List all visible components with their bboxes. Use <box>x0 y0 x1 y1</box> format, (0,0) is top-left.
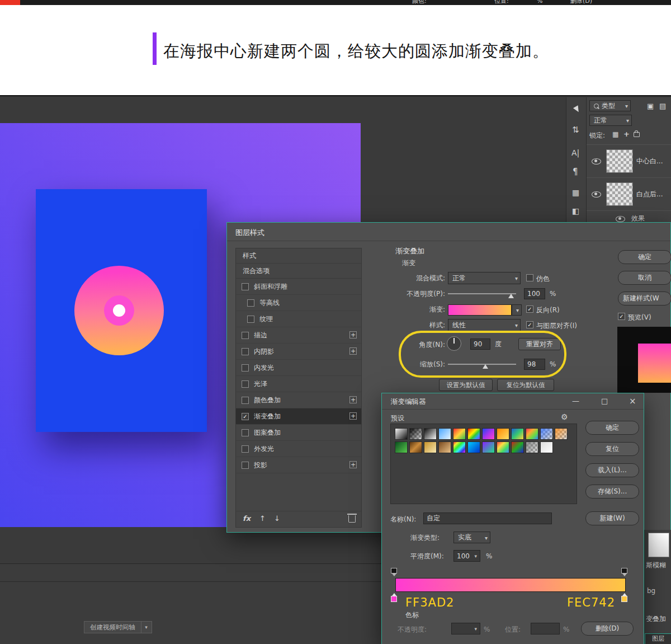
style-expand-icon[interactable]: + <box>349 396 357 403</box>
gradient-preset-swatch[interactable] <box>395 428 408 440</box>
layer-row[interactable]: 白点后... <box>587 178 671 211</box>
style-dropdown[interactable]: 线性 <box>448 319 521 331</box>
opacity-stop-left[interactable] <box>391 568 398 577</box>
style-item[interactable]: 等高线 <box>236 295 361 311</box>
layer-name-cropped-bg[interactable]: bg <box>647 587 655 595</box>
paragraph-panel-icon[interactable]: ¶ <box>573 167 578 177</box>
align-layer-checkbox[interactable] <box>526 321 533 328</box>
gradient-preset-swatch[interactable] <box>526 428 538 440</box>
filter-adjustment-icon[interactable]: ▤ <box>659 102 666 110</box>
gradient-new-button[interactable]: 新建(W) <box>585 511 639 525</box>
layer-thumbnail[interactable] <box>606 182 633 206</box>
swatches-panel-icon[interactable]: ▦ <box>572 189 579 197</box>
layer-row[interactable]: 中心白... <box>587 145 671 178</box>
gradient-preset-swatch[interactable] <box>438 428 451 440</box>
style-item[interactable]: ✓渐变叠加+ <box>236 408 361 425</box>
cancel-button[interactable]: 取消 <box>618 271 671 285</box>
style-checkbox[interactable] <box>247 299 254 307</box>
style-item[interactable]: 投影+ <box>236 457 361 473</box>
style-checkbox[interactable] <box>242 462 249 469</box>
color-panel-icon[interactable]: ◧ <box>572 207 579 215</box>
style-checkbox[interactable] <box>242 397 249 404</box>
blend-mode-dropdown[interactable]: 正常 <box>448 272 521 284</box>
gradient-preset-swatch[interactable] <box>482 441 495 453</box>
close-icon[interactable]: × <box>629 397 636 406</box>
blending-options-item[interactable]: 混合选项 <box>236 264 361 279</box>
gradient-preset-swatch[interactable] <box>467 428 480 440</box>
minimize-icon[interactable]: — <box>572 397 579 405</box>
gradient-preset-swatch[interactable] <box>511 428 524 440</box>
gradient-preset-swatch[interactable] <box>409 441 422 453</box>
gradient-preset-swatch[interactable] <box>424 441 437 453</box>
blend-mode-select[interactable]: 正常 <box>589 115 632 126</box>
layer-name-cropped-overlay[interactable]: 变叠加 <box>646 615 666 623</box>
opacity-slider[interactable] <box>448 288 516 300</box>
layer-name-cropped-blur[interactable]: 斯模糊 <box>646 562 666 569</box>
style-expand-icon[interactable]: + <box>349 461 357 468</box>
gradient-preset-swatch[interactable] <box>497 428 509 440</box>
gradient-ok-button[interactable]: 确定 <box>585 421 639 435</box>
dither-checkbox[interactable] <box>526 274 533 281</box>
layer-filter-kind-select[interactable]: 类型 <box>589 100 631 111</box>
visibility-eye-icon[interactable] <box>592 191 601 198</box>
create-timeline-button[interactable]: 创建视频时间轴 <box>84 621 141 633</box>
move-style-down-icon[interactable]: ↓ <box>274 515 280 523</box>
visibility-eye-icon[interactable] <box>592 158 601 164</box>
style-item[interactable]: 外发光 <box>236 441 361 457</box>
lock-all-icon[interactable] <box>634 129 640 139</box>
layer-thumbnail-white[interactable] <box>648 533 669 557</box>
gradient-preset-swatch[interactable] <box>540 441 553 453</box>
color-stop-right[interactable] <box>621 593 628 603</box>
gradient-editor-titlebar[interactable]: 渐变编辑器 — □ × <box>382 393 644 410</box>
gradient-picker-arrow[interactable] <box>512 304 522 316</box>
layer-thumbnail[interactable] <box>606 149 633 173</box>
layer-name[interactable]: 白点后... <box>636 190 663 199</box>
style-checkbox[interactable] <box>242 380 249 388</box>
style-checkbox[interactable]: ✓ <box>242 413 249 420</box>
reverse-checkbox[interactable] <box>526 305 533 313</box>
delete-style-trash-icon[interactable] <box>348 513 356 525</box>
gradient-reset-button[interactable]: 复位 <box>585 442 639 456</box>
gradient-preset-swatch[interactable] <box>511 441 524 453</box>
filter-pixel-icon[interactable]: ▣ <box>647 102 654 110</box>
delete-stop-button[interactable]: 删除(D) <box>581 622 634 636</box>
style-item[interactable]: 颜色叠加+ <box>236 392 361 408</box>
stop-position-input[interactable] <box>531 623 560 634</box>
layer-name[interactable]: 中心白... <box>636 157 663 166</box>
opacity-value-input[interactable]: 100 <box>524 288 545 299</box>
reset-default-button[interactable]: 复位为默认值 <box>497 379 554 391</box>
style-checkbox[interactable] <box>247 316 254 323</box>
gradient-preset-swatch[interactable] <box>555 428 568 440</box>
gradient-swatch[interactable] <box>448 304 512 316</box>
lock-position-icon[interactable]: + <box>623 130 630 138</box>
style-checkbox[interactable] <box>242 364 249 372</box>
presets-gear-icon[interactable]: ⚙ <box>561 413 568 421</box>
style-item[interactable]: 斜面和浮雕 <box>236 279 361 295</box>
gradient-preset-swatch[interactable] <box>467 441 480 453</box>
color-stop-left[interactable] <box>391 593 398 603</box>
gradient-preset-swatch[interactable] <box>540 428 553 440</box>
style-checkbox[interactable] <box>242 348 249 355</box>
gradient-preset-swatch[interactable] <box>482 428 495 440</box>
move-tool-icon[interactable] <box>574 104 580 115</box>
style-expand-icon[interactable]: + <box>349 347 357 355</box>
gradient-preset-swatch[interactable] <box>424 428 437 440</box>
gradient-preset-swatch[interactable] <box>438 441 451 453</box>
style-checkbox[interactable] <box>242 429 249 436</box>
gradient-preset-swatch[interactable] <box>395 441 408 453</box>
style-item[interactable]: 内阴影+ <box>236 344 361 360</box>
create-timeline-control[interactable]: 创建视频时间轴 ▾ <box>84 621 152 633</box>
style-item[interactable]: 光泽 <box>236 376 361 392</box>
set-default-button[interactable]: 设置为默认值 <box>439 379 493 391</box>
style-item[interactable]: 描边+ <box>236 327 361 344</box>
style-expand-icon[interactable]: + <box>349 412 357 420</box>
style-item[interactable]: 纹理 <box>236 311 361 327</box>
gradient-load-button[interactable]: 载入(L)... <box>585 463 639 477</box>
gradient-name-input[interactable]: 自定 <box>423 513 552 524</box>
style-item[interactable]: 图案叠加 <box>236 425 361 441</box>
maximize-icon[interactable]: □ <box>601 397 608 405</box>
gradient-bar[interactable] <box>395 578 626 592</box>
gradient-type-select[interactable]: 实底 <box>453 532 490 543</box>
gradient-preset-swatch[interactable] <box>526 441 538 453</box>
style-checkbox[interactable] <box>242 445 249 453</box>
